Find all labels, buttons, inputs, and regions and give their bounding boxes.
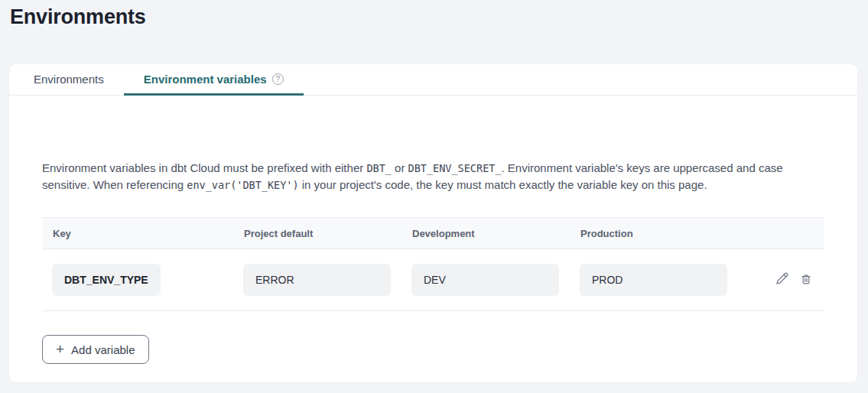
column-header-production: Production bbox=[570, 228, 763, 239]
cell-key: DBT_ENV_TYPE bbox=[42, 264, 233, 296]
description-part-4: in your project's code, the key must mat… bbox=[299, 178, 707, 191]
tab-environment-variables[interactable]: Environment variables ? bbox=[124, 64, 304, 96]
plus-icon: + bbox=[56, 342, 64, 356]
table-row: DBT_ENV_TYPE ERROR DEV PROD bbox=[42, 249, 824, 311]
development-value: DEV bbox=[411, 264, 559, 296]
environment-variables-table: Key Project default Development Producti… bbox=[42, 217, 824, 311]
production-value: PROD bbox=[580, 264, 727, 296]
column-header-key: Key bbox=[42, 228, 233, 239]
cell-project-default: ERROR bbox=[233, 264, 401, 296]
cell-development: DEV bbox=[401, 264, 570, 296]
pencil-icon bbox=[775, 271, 789, 288]
cell-production: PROD bbox=[570, 264, 763, 296]
add-variable-button[interactable]: + Add variable bbox=[42, 335, 149, 364]
column-header-project-default: Project default bbox=[233, 228, 401, 239]
code-dbt-prefix: DBT_ bbox=[366, 162, 392, 174]
variable-key-chip: DBT_ENV_TYPE bbox=[52, 264, 161, 296]
environment-variables-card: Environments Environment variables ? Env… bbox=[9, 64, 857, 382]
delete-variable-button[interactable] bbox=[799, 272, 813, 288]
column-header-development: Development bbox=[401, 228, 570, 239]
help-circle-icon[interactable]: ? bbox=[272, 73, 284, 85]
trash-icon bbox=[799, 272, 813, 288]
table-header-row: Key Project default Development Producti… bbox=[42, 218, 824, 249]
project-default-value: ERROR bbox=[243, 264, 391, 296]
description-part-1: Environment variables in dbt Cloud must … bbox=[42, 161, 366, 174]
row-actions bbox=[763, 271, 824, 288]
description-text: Environment variables in dbt Cloud must … bbox=[42, 160, 824, 193]
tab-environments-label: Environments bbox=[34, 73, 104, 86]
add-variable-label: Add variable bbox=[71, 343, 135, 356]
code-env-var-example: env_var('DBT_KEY') bbox=[187, 179, 298, 191]
tab-environment-variables-label: Environment variables bbox=[144, 73, 267, 86]
tab-bar: Environments Environment variables ? bbox=[9, 64, 857, 96]
page-title: Environments bbox=[10, 5, 146, 29]
tab-environments[interactable]: Environments bbox=[14, 64, 124, 96]
description-part-2: or bbox=[392, 161, 408, 174]
edit-variable-button[interactable] bbox=[775, 271, 789, 288]
code-dbt-env-secret-prefix: DBT_ENV_SECRET_ bbox=[408, 162, 502, 174]
tab-panel-environment-variables: Environment variables in dbt Cloud must … bbox=[9, 160, 857, 364]
